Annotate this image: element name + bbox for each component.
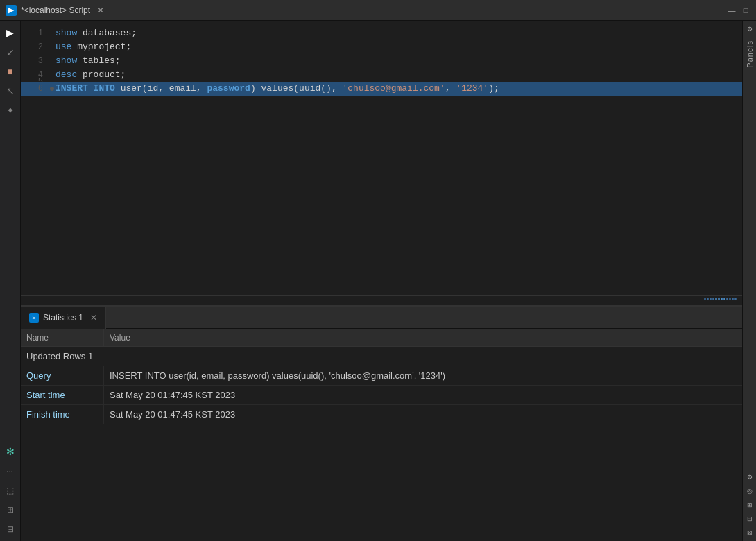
right-icon-3[interactable]: ⊞ <box>744 499 755 510</box>
mini-dot <box>718 298 720 300</box>
code-token: '1234' <box>456 82 488 96</box>
settings-icon[interactable]: ✦ <box>1 101 19 119</box>
statistics-tab-icon: S <box>29 313 39 323</box>
panel-settings-icon[interactable]: ⚙ <box>744 24 755 35</box>
statistics-tab-close[interactable]: ✕ <box>90 313 97 323</box>
line-number: 1 <box>21 26 49 40</box>
editor-line: 4desc product; <box>21 68 742 82</box>
sidebar: ▶ ↙ ■ ↖ ✦ ✻ ··· ⬚ ⊞ ⊟ <box>0 21 21 541</box>
right-icon-4[interactable]: ⊟ <box>744 513 755 524</box>
code-token: tables; <box>83 54 121 68</box>
title-bar: ▶ *<localhost> Script ✕ — □ <box>0 0 756 21</box>
bottom-panel: S Statistics 1 ✕ Name Value Updated Rows… <box>21 305 742 541</box>
stats-table-body: Updated Rows 1QueryINSERT INTO user(id, … <box>21 347 742 541</box>
stats-table-header: Name Value <box>21 329 742 347</box>
code-token: ); <box>488 82 499 96</box>
editor-line: 2use myproject; <box>21 40 742 54</box>
cursor-icon[interactable]: ↖ <box>1 82 19 100</box>
code-token: , <box>445 82 456 96</box>
code-token: INSERT INTO <box>55 82 121 96</box>
stop-icon[interactable]: ■ <box>1 62 19 80</box>
mini-dot <box>707 298 709 300</box>
stats-row: Start timeSat May 20 01:47:45 KST 2023 <box>21 386 742 405</box>
col-divider <box>368 329 368 346</box>
run-icon[interactable]: ▶ <box>1 24 19 42</box>
code-token: desc <box>55 68 83 82</box>
code-editor[interactable]: 1show databases;2use myproject;3show tab… <box>21 21 742 295</box>
panel-tabs: S Statistics 1 ✕ <box>21 307 742 329</box>
line-number: 3 <box>21 54 49 68</box>
minimize-button[interactable]: — <box>727 6 737 15</box>
col-name-header: Name <box>21 329 104 346</box>
mini-dot <box>734 298 737 300</box>
step-icon[interactable]: ↙ <box>1 43 19 61</box>
stats-row: QueryINSERT INTO user(id, email, passwor… <box>21 366 742 386</box>
stats-cell-name: Query <box>21 366 104 385</box>
mini-dot <box>729 298 731 300</box>
stats-cell-value: INSERT INTO user(id, email, password) va… <box>104 366 742 385</box>
statistics-tab[interactable]: S Statistics 1 ✕ <box>21 307 106 329</box>
code-token: show <box>55 54 83 68</box>
stats-cell-name: Start time <box>21 386 104 404</box>
mini-dot <box>721 298 723 300</box>
line-number: 2 <box>21 40 49 54</box>
table-icon[interactable]: ⊟ <box>1 520 19 538</box>
code-token: user(id, email, <box>121 82 207 96</box>
right-icon-2[interactable]: ◎ <box>744 486 755 497</box>
editor-section: 1show databases;2use myproject;3show tab… <box>21 21 742 541</box>
data-icon[interactable]: ⊞ <box>1 501 19 519</box>
col-value-header: Value <box>104 329 742 346</box>
right-icon-1[interactable]: ⚙ <box>744 472 755 483</box>
window-controls: — □ <box>727 6 750 15</box>
editor-line: 3show tables; <box>21 54 742 68</box>
editor-scrollbar[interactable] <box>21 295 742 305</box>
maximize-button[interactable]: □ <box>741 6 750 15</box>
minimap-scrollbar <box>704 298 737 300</box>
main-layout: ▶ ↙ ■ ↖ ✦ ✻ ··· ⬚ ⊞ ⊟ 1show databases;2u… <box>0 21 756 541</box>
dots-icon[interactable]: ··· <box>1 462 19 480</box>
code-token: product; <box>83 68 126 82</box>
code-token: show <box>55 26 83 40</box>
snowflake-icon[interactable]: ✻ <box>1 443 19 461</box>
line-number: 6 <box>21 82 49 96</box>
mini-dot <box>726 298 728 300</box>
editor-line: 1show databases; <box>21 26 742 40</box>
mini-dot <box>732 298 734 300</box>
stats-row: Finish timeSat May 20 01:47:45 KST 2023 <box>21 405 742 424</box>
mini-dot <box>704 298 706 300</box>
code-token: use <box>55 40 77 54</box>
stats-cell-value: Sat May 20 01:47:45 KST 2023 <box>104 405 742 424</box>
stats-row: Updated Rows 1 <box>21 347 742 366</box>
mini-dot <box>715 298 717 300</box>
app-icon: ▶ <box>6 5 17 16</box>
editor-line: 6INSERT INTO user(id, email, password) v… <box>21 82 742 96</box>
editor-content: 1show databases;2use myproject;3show tab… <box>21 21 742 101</box>
code-token: myproject; <box>77 40 131 54</box>
tab-close-button[interactable]: ✕ <box>97 6 104 15</box>
panels-label: Panels <box>746 40 754 68</box>
stats-cell-value: Sat May 20 01:47:45 KST 2023 <box>104 386 742 404</box>
code-token: password <box>207 82 250 96</box>
statistics-tab-label: Statistics 1 <box>43 313 83 323</box>
file-icon[interactable]: ⬚ <box>1 481 19 499</box>
line-gutter <box>49 82 55 96</box>
code-token: databases; <box>83 26 137 40</box>
code-token: 'chulsoo@gmail.com' <box>343 82 445 96</box>
mini-dot <box>723 298 725 300</box>
right-panel: ⚙ Panels ⚙ ◎ ⊞ ⊟ ⊠ <box>742 21 756 541</box>
stats-cell-name: Finish time <box>21 405 104 424</box>
window-title: *<localhost> Script <box>21 6 90 15</box>
mini-dot <box>710 298 712 300</box>
mini-dot <box>712 298 714 300</box>
code-token: ) values(uuid(), <box>250 82 343 96</box>
right-icon-5[interactable]: ⊠ <box>744 527 755 538</box>
